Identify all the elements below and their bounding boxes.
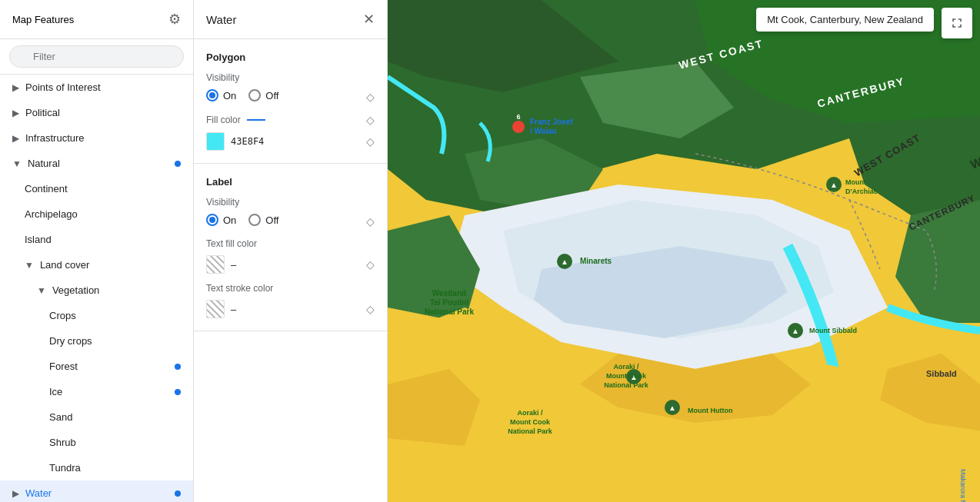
chevron-down-icon: ▼ xyxy=(37,285,46,296)
text-stroke-color-label: Text stroke color xyxy=(206,283,375,294)
sidebar-item-label: Shrub xyxy=(49,437,181,448)
fill-color-swatch-diamond-icon[interactable]: ◇ xyxy=(366,135,375,148)
sidebar-item-label: Dry crops xyxy=(49,335,181,347)
polygon-section-title: Polygon xyxy=(206,52,375,63)
label-visibility-diamond-icon[interactable]: ◇ xyxy=(366,215,375,228)
map-area[interactable]: WEST COAST CANTERBURY WEST COAST CANTERB… xyxy=(388,0,980,502)
svg-text:Mount Cook: Mount Cook xyxy=(606,372,647,380)
sidebar-item-dry-crops[interactable]: Dry crops xyxy=(0,328,193,354)
text-fill-color-label: Text fill color xyxy=(206,238,375,249)
fill-color-swatch[interactable] xyxy=(206,132,225,151)
map-search-box[interactable]: Mt Cook, Canterbury, New Zealand xyxy=(756,8,934,32)
filter-wrap xyxy=(9,45,184,68)
sidebar-item-land-cover[interactable]: ▼ Land cover xyxy=(0,252,193,278)
sidebar-item-label: Island xyxy=(25,234,181,245)
svg-text:▲: ▲ xyxy=(830,181,838,189)
svg-text:National Park: National Park xyxy=(508,427,553,435)
label-section-title: Label xyxy=(206,176,375,188)
fill-color-diamond-icon[interactable]: ◇ xyxy=(366,114,375,126)
svg-text:National Park: National Park xyxy=(425,308,474,316)
sidebar-item-vegetation[interactable]: ▼ Vegetation xyxy=(0,278,193,303)
chevron-right-icon: ▶ xyxy=(12,133,19,144)
status-dot xyxy=(175,364,181,370)
status-dot xyxy=(175,161,181,167)
sidebar-item-water[interactable]: ▶ Water xyxy=(0,480,193,502)
sidebar-item-sand[interactable]: Sand xyxy=(0,404,193,430)
sidebar-item-label: Water xyxy=(25,487,181,499)
sidebar-item-natural[interactable]: ▼ Natural xyxy=(0,151,193,176)
label-visibility-on-option[interactable]: On xyxy=(206,214,236,226)
sidebar-item-label: Points of Interest xyxy=(25,81,181,93)
sidebar-item-label: Crops xyxy=(49,310,181,321)
sidebar-item-shrub[interactable]: Shrub xyxy=(0,430,193,455)
label-visibility-off-option[interactable]: Off xyxy=(248,214,278,226)
sidebar-item-label: Continent xyxy=(25,183,181,194)
svg-text:▲: ▲ xyxy=(668,404,676,412)
sidebar-item-crops[interactable]: Crops xyxy=(0,303,193,328)
label-visibility-off-label: Off xyxy=(265,214,278,226)
visibility-off-label: Off xyxy=(265,90,278,101)
sidebar-item-tundra[interactable]: Tundra xyxy=(0,455,193,480)
map-search-text: Mt Cook, Canterbury, New Zealand xyxy=(767,14,923,25)
map-svg: WEST COAST CANTERBURY WEST COAST CANTERB… xyxy=(388,0,980,502)
chevron-down-icon: ▼ xyxy=(25,260,34,271)
fullscreen-button[interactable] xyxy=(942,8,972,38)
visibility-label: Visibility xyxy=(206,72,375,83)
sidebar-item-political[interactable]: ▶ Political xyxy=(0,100,193,125)
sidebar-item-label: Political xyxy=(25,107,181,118)
sidebar-item-label: Vegetation xyxy=(52,284,181,296)
fill-color-label: Fill color xyxy=(206,115,241,125)
radio-on-circle xyxy=(206,89,218,101)
svg-text:Makarora River: Makarora River xyxy=(959,469,967,502)
detail-panel: Water ✕ Polygon Visibility On Off ◇ Fill… xyxy=(194,0,388,502)
visibility-on-option[interactable]: On xyxy=(206,89,236,101)
detail-header: Water ✕ xyxy=(194,0,387,39)
sidebar-item-label: Infrastructure xyxy=(25,132,181,144)
sidebar-item-points-of-interest[interactable]: ▶ Points of Interest xyxy=(0,75,193,100)
svg-point-23 xyxy=(512,121,525,133)
filter-input[interactable] xyxy=(9,45,184,68)
text-fill-swatch[interactable] xyxy=(206,255,225,274)
svg-text:Mount Sibbald: Mount Sibbald xyxy=(809,327,857,334)
settings-icon[interactable]: ⚙ xyxy=(168,11,181,28)
text-fill-value: – xyxy=(231,259,236,271)
sidebar-title: Map Features xyxy=(12,14,74,25)
svg-text:Tai Poutini: Tai Poutini xyxy=(430,298,469,307)
label-radio-on-circle xyxy=(206,214,218,226)
svg-text:/ Waiau: / Waiau xyxy=(530,127,557,135)
sidebar-item-forest[interactable]: Forest xyxy=(0,354,193,379)
sidebar-item-continent[interactable]: Continent xyxy=(0,176,193,201)
sidebar-item-ice[interactable]: Ice xyxy=(0,379,193,404)
visibility-diamond-icon[interactable]: ◇ xyxy=(366,91,375,103)
label-visibility-radio-row: On Off xyxy=(206,214,278,226)
radio-off-circle xyxy=(248,89,261,101)
sidebar-item-label: Forest xyxy=(49,361,181,372)
text-stroke-value: – xyxy=(231,304,236,315)
sidebar-header: Map Features ⚙ xyxy=(0,0,193,39)
label-radio-off-circle xyxy=(248,214,261,226)
visibility-off-option[interactable]: Off xyxy=(248,89,278,101)
fullscreen-icon xyxy=(949,15,965,31)
sidebar-item-archipelago[interactable]: Archipelago xyxy=(0,201,193,227)
svg-text:Mount: Mount xyxy=(845,178,866,186)
sidebar-item-infrastructure[interactable]: ▶ Infrastructure xyxy=(0,125,193,151)
visibility-on-label: On xyxy=(223,90,236,101)
svg-text:National Park: National Park xyxy=(604,381,649,389)
text-stroke-diamond-icon[interactable]: ◇ xyxy=(366,303,375,315)
svg-text:Aoraki /: Aoraki / xyxy=(613,363,639,371)
label-visibility-label: Visibility xyxy=(206,197,375,208)
sidebar-item-island[interactable]: Island xyxy=(0,227,193,252)
sidebar-item-label: Land cover xyxy=(40,259,181,271)
chevron-down-icon: ▼ xyxy=(12,158,22,169)
text-fill-diamond-icon[interactable]: ◇ xyxy=(366,258,375,271)
sidebar-item-label: Archipelago xyxy=(25,208,181,220)
chevron-right-icon: ▶ xyxy=(12,108,19,118)
sidebar-item-label: Natural xyxy=(28,158,181,169)
detail-panel-title: Water xyxy=(206,13,236,26)
close-icon[interactable]: ✕ xyxy=(363,11,375,28)
chevron-right-icon: ▶ xyxy=(12,82,19,93)
svg-text:D'Archiac: D'Archiac xyxy=(845,188,878,195)
svg-text:▲: ▲ xyxy=(792,327,799,335)
fill-color-row: Fill color ◇ xyxy=(206,114,375,126)
text-stroke-swatch[interactable] xyxy=(206,300,225,318)
